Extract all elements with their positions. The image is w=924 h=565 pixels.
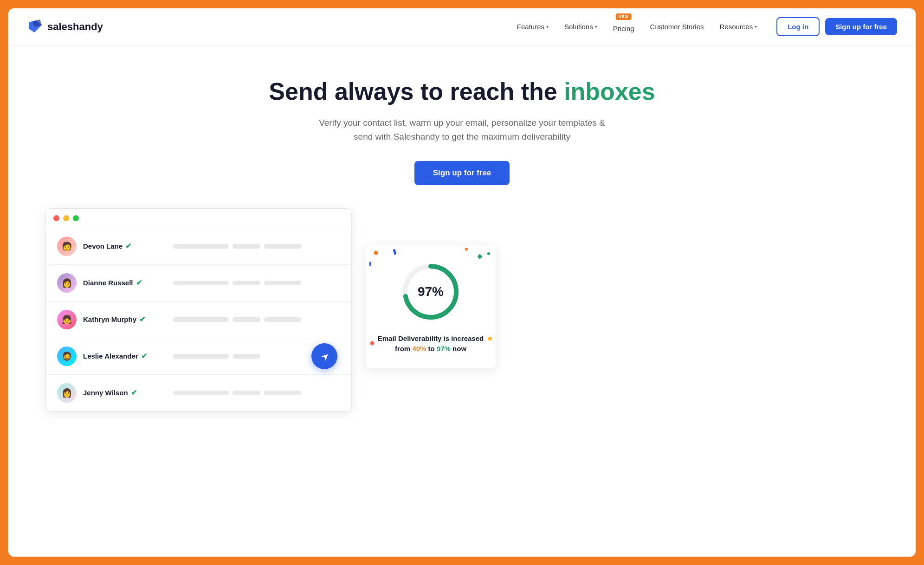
placeholder-bar bbox=[173, 391, 229, 395]
window-dot-green bbox=[73, 215, 79, 221]
send-button[interactable]: ➤ bbox=[311, 343, 337, 369]
placeholder-bar bbox=[264, 244, 301, 249]
from-percentage: 40% bbox=[412, 345, 426, 353]
nav-links: Features ▾ Solutions ▾ NEW Pricing Custo… bbox=[510, 17, 763, 36]
verified-icon: ✔ bbox=[141, 352, 147, 360]
placeholder-bar bbox=[173, 281, 229, 285]
contact-list: 🧑 Devon Lane ✔ 👩 Dianne Russell bbox=[46, 228, 351, 411]
contact-name: Jenny Wilson ✔ bbox=[83, 388, 167, 397]
logo-icon bbox=[27, 19, 44, 35]
placeholder-bar bbox=[233, 281, 260, 285]
window-dot-red bbox=[53, 215, 59, 221]
placeholder-bar bbox=[233, 354, 260, 359]
placeholder-bars bbox=[173, 317, 340, 322]
avatar: 👩 bbox=[57, 273, 77, 293]
logo[interactable]: saleshandy bbox=[27, 19, 103, 35]
table-row: 🧑 Devon Lane ✔ bbox=[46, 228, 351, 265]
verified-icon: ✔ bbox=[136, 278, 142, 287]
placeholder-bar bbox=[173, 354, 229, 359]
demo-section: 🧑 Devon Lane ✔ 👩 Dianne Russell bbox=[8, 208, 916, 430]
nav-item-customer-stories[interactable]: Customer Stories bbox=[644, 19, 711, 34]
placeholder-bars bbox=[173, 281, 340, 285]
signup-nav-button[interactable]: Sign up for free bbox=[825, 18, 897, 35]
contact-name: Dianne Russell ✔ bbox=[83, 278, 167, 287]
placeholder-bar bbox=[173, 244, 229, 249]
avatar: 👩 bbox=[57, 383, 77, 403]
table-row: 🧔 Leslie Alexander ✔ ➤ bbox=[46, 338, 351, 375]
avatar: 👧 bbox=[57, 310, 77, 329]
placeholder-bar bbox=[264, 281, 301, 285]
new-badge: NEW bbox=[615, 13, 632, 20]
placeholder-bars bbox=[173, 244, 340, 249]
table-row: 👩 Dianne Russell ✔ bbox=[46, 265, 351, 302]
nav-item-pricing[interactable]: NEW Pricing bbox=[607, 17, 641, 36]
to-percentage: 97% bbox=[437, 345, 451, 353]
hero-section: Send always to reach the inboxes Verify … bbox=[8, 45, 916, 208]
verified-icon: ✔ bbox=[125, 242, 131, 250]
app-mock: 🧑 Devon Lane ✔ 👩 Dianne Russell bbox=[45, 208, 352, 412]
nav-cta: Log in Sign up for free bbox=[776, 17, 897, 36]
table-row: 👧 Kathryn Murphy ✔ bbox=[46, 302, 351, 338]
nav-item-solutions[interactable]: Solutions ▾ bbox=[558, 19, 604, 34]
placeholder-bar bbox=[233, 244, 260, 249]
avatar: 🧔 bbox=[57, 347, 77, 366]
navbar: saleshandy Features ▾ Solutions ▾ NEW Pr… bbox=[8, 8, 916, 45]
contact-name: Kathryn Murphy ✔ bbox=[83, 315, 167, 324]
chevron-down-icon: ▾ bbox=[755, 24, 757, 29]
ring-container: 97% bbox=[398, 259, 463, 324]
signup-hero-button[interactable]: Sign up for free bbox=[414, 161, 510, 185]
chevron-down-icon: ▾ bbox=[546, 24, 549, 29]
send-icon: ➤ bbox=[319, 349, 332, 363]
nav-item-resources[interactable]: Resources ▾ bbox=[713, 19, 763, 34]
logo-text: saleshandy bbox=[47, 21, 103, 33]
nav-item-features[interactable]: Features ▾ bbox=[510, 19, 555, 34]
chevron-down-icon: ▾ bbox=[595, 24, 597, 29]
contact-name: Devon Lane ✔ bbox=[83, 242, 167, 250]
placeholder-bars bbox=[173, 391, 340, 395]
hero-subtitle: Verify your contact list, warm up your e… bbox=[314, 116, 611, 144]
contact-name: Leslie Alexander ✔ bbox=[83, 352, 167, 360]
placeholder-bar bbox=[173, 317, 229, 322]
verified-icon: ✔ bbox=[139, 315, 145, 324]
verified-icon: ✔ bbox=[131, 388, 137, 397]
stats-card: 97% Email Deliverability is increased fr… bbox=[366, 245, 496, 368]
hero-title: Send always to reach the inboxes bbox=[27, 78, 897, 106]
placeholder-bar bbox=[264, 317, 301, 322]
ring-percentage: 97% bbox=[418, 284, 444, 299]
stats-label: Email Deliverability is increased from 4… bbox=[377, 334, 485, 354]
login-button[interactable]: Log in bbox=[776, 17, 820, 36]
placeholder-bar bbox=[233, 391, 260, 395]
page-wrapper: saleshandy Features ▾ Solutions ▾ NEW Pr… bbox=[8, 8, 916, 557]
mock-titlebar bbox=[46, 209, 351, 228]
placeholder-bar bbox=[264, 391, 301, 395]
window-dot-yellow bbox=[63, 215, 69, 221]
placeholder-bar bbox=[233, 317, 260, 322]
table-row: 👩 Jenny Wilson ✔ bbox=[46, 375, 351, 411]
avatar: 🧑 bbox=[57, 237, 77, 256]
